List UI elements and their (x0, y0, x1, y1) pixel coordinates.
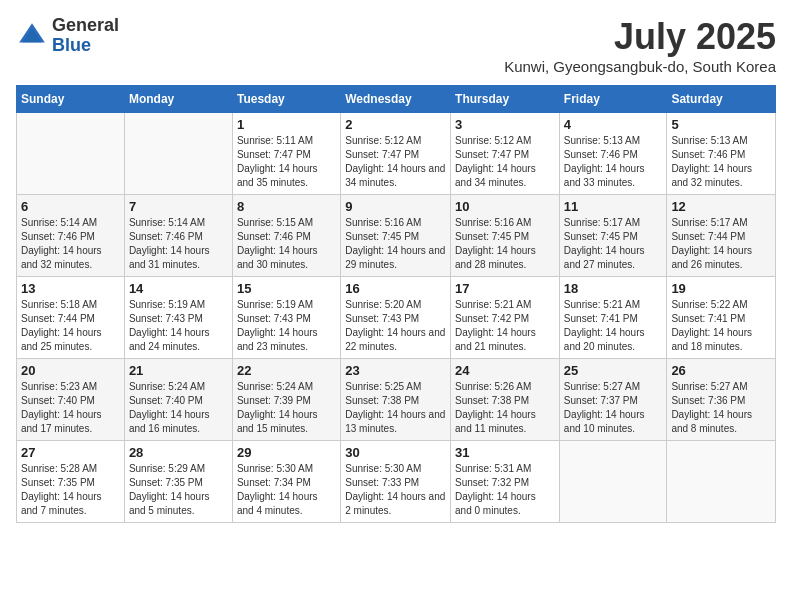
day-info: Sunrise: 5:17 AM Sunset: 7:45 PM Dayligh… (564, 216, 663, 272)
weekday-header-row: SundayMondayTuesdayWednesdayThursdayFrid… (17, 86, 776, 113)
calendar-cell: 17Sunrise: 5:21 AM Sunset: 7:42 PM Dayli… (451, 277, 560, 359)
day-number: 16 (345, 281, 446, 296)
day-number: 9 (345, 199, 446, 214)
logo-blue-text: Blue (52, 36, 119, 56)
day-info: Sunrise: 5:29 AM Sunset: 7:35 PM Dayligh… (129, 462, 228, 518)
calendar-cell: 7Sunrise: 5:14 AM Sunset: 7:46 PM Daylig… (124, 195, 232, 277)
day-info: Sunrise: 5:18 AM Sunset: 7:44 PM Dayligh… (21, 298, 120, 354)
day-info: Sunrise: 5:21 AM Sunset: 7:41 PM Dayligh… (564, 298, 663, 354)
calendar-cell: 21Sunrise: 5:24 AM Sunset: 7:40 PM Dayli… (124, 359, 232, 441)
calendar-table: SundayMondayTuesdayWednesdayThursdayFrid… (16, 85, 776, 523)
day-info: Sunrise: 5:15 AM Sunset: 7:46 PM Dayligh… (237, 216, 336, 272)
day-number: 28 (129, 445, 228, 460)
day-info: Sunrise: 5:24 AM Sunset: 7:39 PM Dayligh… (237, 380, 336, 436)
calendar-title: July 2025 (504, 16, 776, 58)
calendar-week-5: 27Sunrise: 5:28 AM Sunset: 7:35 PM Dayli… (17, 441, 776, 523)
day-info: Sunrise: 5:16 AM Sunset: 7:45 PM Dayligh… (455, 216, 555, 272)
calendar-week-3: 13Sunrise: 5:18 AM Sunset: 7:44 PM Dayli… (17, 277, 776, 359)
calendar-cell: 4Sunrise: 5:13 AM Sunset: 7:46 PM Daylig… (559, 113, 667, 195)
logo: General Blue (16, 16, 119, 56)
day-number: 5 (671, 117, 771, 132)
weekday-header-monday: Monday (124, 86, 232, 113)
day-number: 29 (237, 445, 336, 460)
day-number: 14 (129, 281, 228, 296)
day-number: 7 (129, 199, 228, 214)
day-number: 18 (564, 281, 663, 296)
day-number: 4 (564, 117, 663, 132)
calendar-cell: 3Sunrise: 5:12 AM Sunset: 7:47 PM Daylig… (451, 113, 560, 195)
calendar-cell: 28Sunrise: 5:29 AM Sunset: 7:35 PM Dayli… (124, 441, 232, 523)
calendar-cell: 2Sunrise: 5:12 AM Sunset: 7:47 PM Daylig… (341, 113, 451, 195)
day-info: Sunrise: 5:21 AM Sunset: 7:42 PM Dayligh… (455, 298, 555, 354)
calendar-cell: 30Sunrise: 5:30 AM Sunset: 7:33 PM Dayli… (341, 441, 451, 523)
day-number: 26 (671, 363, 771, 378)
day-info: Sunrise: 5:30 AM Sunset: 7:33 PM Dayligh… (345, 462, 446, 518)
day-number: 13 (21, 281, 120, 296)
title-area: July 2025 Kunwi, Gyeongsangbuk-do, South… (504, 16, 776, 75)
calendar-cell: 1Sunrise: 5:11 AM Sunset: 7:47 PM Daylig… (232, 113, 340, 195)
calendar-week-4: 20Sunrise: 5:23 AM Sunset: 7:40 PM Dayli… (17, 359, 776, 441)
calendar-cell (17, 113, 125, 195)
calendar-cell: 12Sunrise: 5:17 AM Sunset: 7:44 PM Dayli… (667, 195, 776, 277)
day-info: Sunrise: 5:11 AM Sunset: 7:47 PM Dayligh… (237, 134, 336, 190)
calendar-cell: 23Sunrise: 5:25 AM Sunset: 7:38 PM Dayli… (341, 359, 451, 441)
day-info: Sunrise: 5:28 AM Sunset: 7:35 PM Dayligh… (21, 462, 120, 518)
day-number: 3 (455, 117, 555, 132)
day-number: 25 (564, 363, 663, 378)
calendar-cell: 6Sunrise: 5:14 AM Sunset: 7:46 PM Daylig… (17, 195, 125, 277)
day-number: 30 (345, 445, 446, 460)
day-info: Sunrise: 5:13 AM Sunset: 7:46 PM Dayligh… (671, 134, 771, 190)
calendar-cell: 14Sunrise: 5:19 AM Sunset: 7:43 PM Dayli… (124, 277, 232, 359)
calendar-cell: 26Sunrise: 5:27 AM Sunset: 7:36 PM Dayli… (667, 359, 776, 441)
day-info: Sunrise: 5:14 AM Sunset: 7:46 PM Dayligh… (129, 216, 228, 272)
day-info: Sunrise: 5:17 AM Sunset: 7:44 PM Dayligh… (671, 216, 771, 272)
day-info: Sunrise: 5:31 AM Sunset: 7:32 PM Dayligh… (455, 462, 555, 518)
calendar-cell: 22Sunrise: 5:24 AM Sunset: 7:39 PM Dayli… (232, 359, 340, 441)
day-info: Sunrise: 5:13 AM Sunset: 7:46 PM Dayligh… (564, 134, 663, 190)
day-number: 1 (237, 117, 336, 132)
weekday-header-friday: Friday (559, 86, 667, 113)
day-info: Sunrise: 5:19 AM Sunset: 7:43 PM Dayligh… (129, 298, 228, 354)
day-number: 21 (129, 363, 228, 378)
calendar-cell: 19Sunrise: 5:22 AM Sunset: 7:41 PM Dayli… (667, 277, 776, 359)
day-info: Sunrise: 5:12 AM Sunset: 7:47 PM Dayligh… (345, 134, 446, 190)
day-info: Sunrise: 5:24 AM Sunset: 7:40 PM Dayligh… (129, 380, 228, 436)
day-number: 2 (345, 117, 446, 132)
day-info: Sunrise: 5:22 AM Sunset: 7:41 PM Dayligh… (671, 298, 771, 354)
day-number: 19 (671, 281, 771, 296)
day-number: 12 (671, 199, 771, 214)
calendar-cell (667, 441, 776, 523)
day-info: Sunrise: 5:14 AM Sunset: 7:46 PM Dayligh… (21, 216, 120, 272)
calendar-cell: 9Sunrise: 5:16 AM Sunset: 7:45 PM Daylig… (341, 195, 451, 277)
weekday-header-sunday: Sunday (17, 86, 125, 113)
calendar-cell: 13Sunrise: 5:18 AM Sunset: 7:44 PM Dayli… (17, 277, 125, 359)
calendar-cell: 27Sunrise: 5:28 AM Sunset: 7:35 PM Dayli… (17, 441, 125, 523)
day-info: Sunrise: 5:23 AM Sunset: 7:40 PM Dayligh… (21, 380, 120, 436)
day-info: Sunrise: 5:27 AM Sunset: 7:36 PM Dayligh… (671, 380, 771, 436)
calendar-cell: 31Sunrise: 5:31 AM Sunset: 7:32 PM Dayli… (451, 441, 560, 523)
day-info: Sunrise: 5:20 AM Sunset: 7:43 PM Dayligh… (345, 298, 446, 354)
calendar-cell: 29Sunrise: 5:30 AM Sunset: 7:34 PM Dayli… (232, 441, 340, 523)
calendar-cell: 10Sunrise: 5:16 AM Sunset: 7:45 PM Dayli… (451, 195, 560, 277)
calendar-cell: 5Sunrise: 5:13 AM Sunset: 7:46 PM Daylig… (667, 113, 776, 195)
day-info: Sunrise: 5:27 AM Sunset: 7:37 PM Dayligh… (564, 380, 663, 436)
calendar-cell: 18Sunrise: 5:21 AM Sunset: 7:41 PM Dayli… (559, 277, 667, 359)
calendar-cell: 24Sunrise: 5:26 AM Sunset: 7:38 PM Dayli… (451, 359, 560, 441)
calendar-cell: 16Sunrise: 5:20 AM Sunset: 7:43 PM Dayli… (341, 277, 451, 359)
day-info: Sunrise: 5:30 AM Sunset: 7:34 PM Dayligh… (237, 462, 336, 518)
calendar-cell: 20Sunrise: 5:23 AM Sunset: 7:40 PM Dayli… (17, 359, 125, 441)
day-number: 31 (455, 445, 555, 460)
calendar-cell: 15Sunrise: 5:19 AM Sunset: 7:43 PM Dayli… (232, 277, 340, 359)
logo-general-text: General (52, 16, 119, 36)
day-info: Sunrise: 5:16 AM Sunset: 7:45 PM Dayligh… (345, 216, 446, 272)
day-number: 15 (237, 281, 336, 296)
weekday-header-wednesday: Wednesday (341, 86, 451, 113)
day-info: Sunrise: 5:19 AM Sunset: 7:43 PM Dayligh… (237, 298, 336, 354)
day-number: 24 (455, 363, 555, 378)
day-number: 27 (21, 445, 120, 460)
weekday-header-saturday: Saturday (667, 86, 776, 113)
day-number: 6 (21, 199, 120, 214)
logo-icon (16, 20, 48, 52)
day-number: 8 (237, 199, 336, 214)
weekday-header-tuesday: Tuesday (232, 86, 340, 113)
